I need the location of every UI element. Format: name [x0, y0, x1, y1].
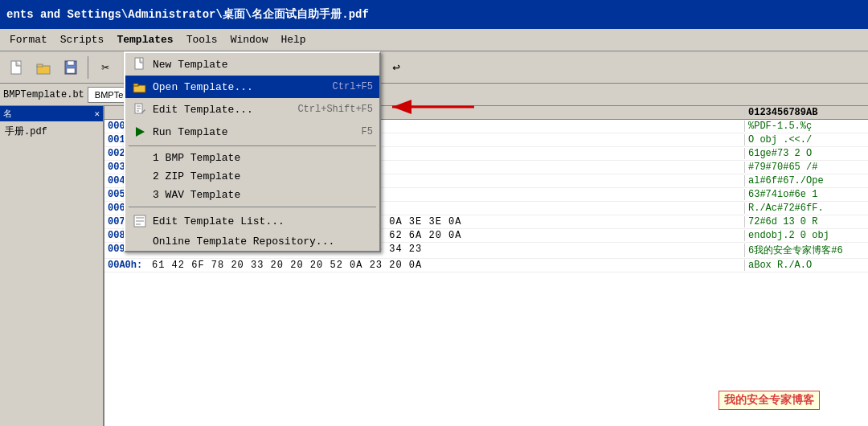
- menu-edit-template-list[interactable]: Edit Template List...: [125, 210, 379, 232]
- menu-open-template[interactable]: Open Template... Ctrl+F5: [125, 76, 379, 98]
- title-bar: ents and Settings\Administrator\桌面\名企面试自…: [0, 0, 868, 29]
- left-panel: 名 ✕ 手册.pdf: [0, 106, 104, 426]
- menu-tools[interactable]: Tools: [180, 31, 224, 48]
- row-ascii: endobj.2 0 obj: [744, 230, 865, 241]
- row-ascii: R./Ac#72#6fF.: [744, 203, 865, 214]
- menu-help[interactable]: Help: [274, 31, 312, 48]
- menu-window[interactable]: Window: [224, 31, 275, 48]
- svg-rect-2: [37, 64, 43, 67]
- menu-edit-template[interactable]: Edit Template... Ctrl+Shift+F5: [125, 98, 379, 121]
- cut-button[interactable]: ✂: [92, 55, 118, 80]
- save-button[interactable]: [58, 55, 84, 80]
- row-ascii: 61ge#73 2 O: [744, 148, 865, 159]
- run-template-icon: [132, 124, 148, 140]
- ascii-header: 0123456789AB: [744, 107, 865, 118]
- file-item-pdf[interactable]: 手册.pdf: [2, 123, 101, 140]
- title-text: ents and Settings\Administrator\桌面\名企面试自…: [6, 7, 369, 22]
- open-button[interactable]: [31, 55, 56, 80]
- left-panel-close[interactable]: ✕: [94, 109, 100, 119]
- row-ascii: aBox R./A.O: [744, 260, 865, 271]
- left-panel-title: 名: [3, 108, 12, 120]
- svg-marker-27: [136, 127, 145, 137]
- menu-templates[interactable]: Templates: [110, 31, 179, 48]
- row-ascii: 63#74io#6e 1: [744, 189, 865, 200]
- svg-rect-4: [68, 61, 74, 65]
- edit-template-shortcut: Ctrl+Shift+F5: [297, 104, 373, 115]
- row-ascii: al#6f#67./Ope: [744, 175, 865, 186]
- svg-rect-5: [67, 68, 75, 73]
- templates-dropdown: New Template Open Template... Ctrl+F5 Ed…: [124, 51, 381, 252]
- row-ascii: #79#70#65 /#: [744, 162, 865, 173]
- menu-run-template[interactable]: Run Template F5: [125, 121, 379, 143]
- row-ascii: 6我的安全专家博客#6: [744, 244, 865, 257]
- open-template-icon: [132, 79, 148, 95]
- menu-scripts[interactable]: Scripts: [54, 31, 111, 48]
- row-bytes: 61 42 6F 78 20 33 20 20 20 52 0A 23 20 0…: [152, 260, 744, 271]
- row-ascii: 72#6d 13 0 R: [744, 216, 865, 227]
- toolbar-sep-1: [88, 56, 88, 79]
- back-button[interactable]: ↩: [383, 55, 409, 80]
- menu-format[interactable]: Format: [3, 31, 54, 48]
- run-template-label: Run Template: [153, 126, 357, 138]
- menu-bar: Format Scripts Templates Tools Window He…: [0, 29, 868, 51]
- edit-template-label: Edit Template...: [153, 104, 293, 116]
- run-template-shortcut: F5: [362, 126, 373, 137]
- menu-online-repo[interactable]: Online Template Repository...: [125, 232, 379, 251]
- menu-bmp-template[interactable]: 1 BMP Template: [125, 149, 379, 167]
- left-panel-header: 名 ✕: [0, 106, 103, 121]
- hex-toolbar-label: BMPTemplate.bt: [3, 89, 84, 100]
- svg-rect-22: [133, 84, 138, 86]
- menu-wav-template[interactable]: 3 WAV Template: [125, 186, 379, 204]
- edit-template-icon: [132, 101, 148, 117]
- edit-list-icon: [132, 213, 148, 229]
- new-template-icon: [132, 56, 148, 72]
- svg-rect-20: [135, 58, 143, 69]
- menu-new-template[interactable]: New Template: [125, 53, 379, 76]
- new-button[interactable]: [3, 55, 29, 80]
- edit-template-list-label: Edit Template List...: [153, 215, 368, 227]
- row-ascii: O obj .<<./: [744, 134, 865, 145]
- row-ascii: %PDF-1.5.%ç: [744, 121, 865, 132]
- new-template-label: New Template: [153, 59, 368, 71]
- dd-sep-1: [129, 145, 376, 146]
- menu-zip-template[interactable]: 2 ZIP Template: [125, 167, 379, 186]
- open-template-label: Open Template...: [153, 81, 328, 93]
- dd-sep-2: [129, 207, 376, 207]
- table-row[interactable]: 00A0h: 61 42 6F 78 20 33 20 20 20 52 0A …: [104, 259, 868, 272]
- row-addr: 00A0h:: [108, 260, 152, 271]
- open-template-shortcut: Ctrl+F5: [333, 81, 373, 92]
